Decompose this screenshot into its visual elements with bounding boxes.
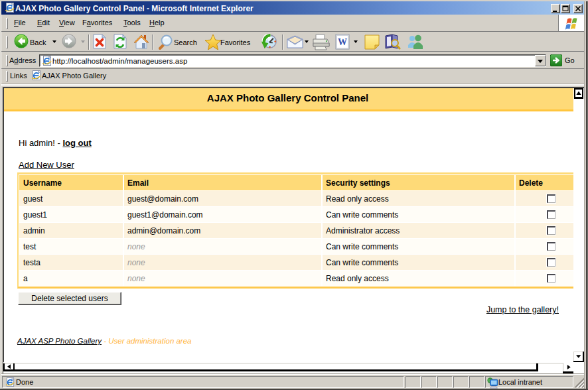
svg-text:W: W xyxy=(338,37,347,47)
